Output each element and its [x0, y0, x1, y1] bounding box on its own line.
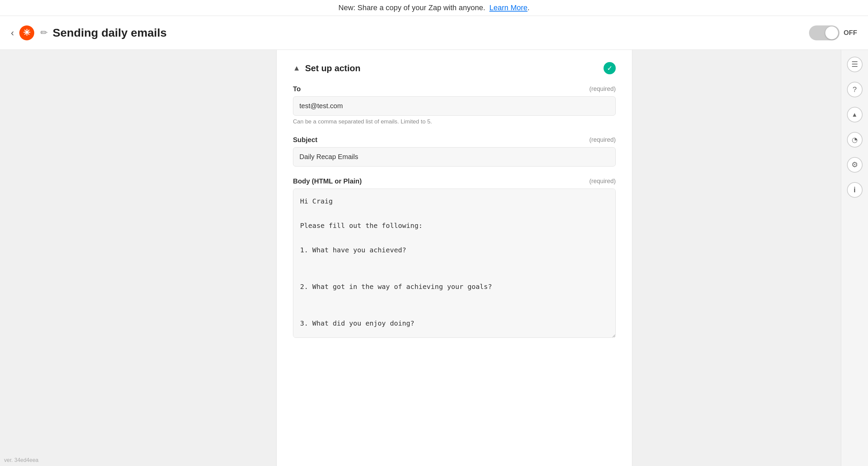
- subject-label: Subject: [293, 136, 317, 144]
- body-label: Body (HTML or Plain): [293, 177, 362, 185]
- version-text: ver. 34ed4eea: [4, 457, 38, 463]
- help-icon[interactable]: ?: [847, 82, 863, 97]
- section-title: Set up action: [305, 63, 360, 74]
- center-content: ▲ Set up action ✓ To (required) Can be a…: [68, 50, 841, 466]
- gear-icon[interactable]: ⚙: [847, 157, 863, 173]
- to-label-row: To (required): [293, 85, 616, 93]
- body-required: (required): [589, 178, 616, 185]
- top-banner: New: Share a copy of your Zap with anyon…: [0, 0, 868, 16]
- info-icon[interactable]: i: [847, 182, 863, 198]
- page-title: Sending daily emails: [53, 26, 809, 39]
- toggle-label: OFF: [844, 29, 857, 37]
- menu-icon[interactable]: ☰: [847, 57, 863, 72]
- banner-link[interactable]: Learn More: [489, 3, 528, 12]
- main-layout: ▲ Set up action ✓ To (required) Can be a…: [0, 50, 868, 466]
- zap-toggle[interactable]: [809, 25, 840, 40]
- subject-input[interactable]: [293, 147, 616, 167]
- subject-required: (required): [589, 136, 616, 143]
- header: ‹ ✳ ✏ Sending daily emails OFF: [0, 16, 868, 50]
- clock-icon[interactable]: ◔: [847, 132, 863, 148]
- warning-icon[interactable]: ▲: [847, 107, 863, 122]
- subject-field-group: Subject (required): [293, 136, 616, 167]
- right-sidebar: ☰ ? ▲ ◔ ⚙ i: [841, 50, 868, 466]
- banner-text: New: Share a copy of your Zap with anyon…: [338, 3, 485, 12]
- to-required: (required): [589, 85, 616, 93]
- to-input[interactable]: [293, 96, 616, 116]
- form-card: ▲ Set up action ✓ To (required) Can be a…: [276, 50, 632, 466]
- back-button[interactable]: ‹: [11, 27, 14, 38]
- zapier-logo: ✳: [19, 25, 34, 40]
- section-header: ▲ Set up action ✓: [293, 62, 616, 74]
- success-check: ✓: [604, 62, 616, 74]
- body-textarea[interactable]: Hi Craig Please fill out the following: …: [293, 189, 616, 338]
- edit-icon: ✏: [40, 27, 48, 38]
- section-header-left: ▲ Set up action: [293, 63, 360, 74]
- toggle-knob: [825, 26, 838, 39]
- to-label: To: [293, 85, 301, 93]
- left-sidebar: [0, 50, 68, 466]
- to-hint: Can be a comma separated list of emails.…: [293, 118, 616, 125]
- collapse-icon[interactable]: ▲: [293, 64, 300, 73]
- body-label-row: Body (HTML or Plain) (required): [293, 177, 616, 185]
- to-field-group: To (required) Can be a comma separated l…: [293, 85, 616, 125]
- body-field-group: Body (HTML or Plain) (required) Hi Craig…: [293, 177, 616, 339]
- subject-label-row: Subject (required): [293, 136, 616, 144]
- toggle-container: OFF: [809, 25, 857, 40]
- svg-text:✳: ✳: [23, 27, 31, 38]
